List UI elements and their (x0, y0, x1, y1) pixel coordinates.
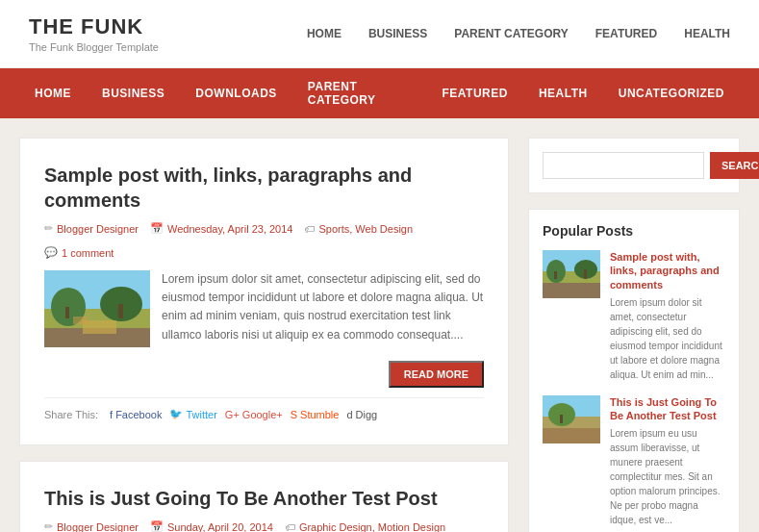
top-nav: HOME BUSINESS PARENT CATEGORY FEATURED H… (307, 27, 730, 40)
nav-uncategorized[interactable]: UNCATEGORIZED (603, 75, 740, 112)
post-1-body: Lorem ipsum dolor sit amet, consectetur … (44, 270, 484, 347)
svg-rect-8 (73, 317, 88, 324)
popular-post-2-thumbnail (543, 395, 600, 443)
post-1-date-meta: 📅 Wednesday, April 23, 2014 (150, 222, 292, 235)
post-2-title[interactable]: This is Just Going To Be Another Test Po… (44, 486, 484, 511)
share-stumble[interactable]: S Stumble (291, 409, 340, 420)
share-facebook[interactable]: f Facebook (110, 409, 162, 420)
svg-rect-7 (83, 320, 116, 334)
googleplus-icon: G+ (225, 409, 240, 420)
post-1-comments-meta: 💬 1 comment (44, 246, 114, 259)
sidebar: SEARCH Popular Posts (528, 138, 740, 532)
post-2-meta: ✏ Blogger Designer 📅 Sunday, April 20, 2… (44, 520, 484, 532)
svg-rect-4 (65, 307, 69, 318)
popular-post-1: Sample post with, links, paragraphs and … (543, 250, 725, 382)
post-1-category-meta: 🏷 Sports, Web Design (304, 223, 413, 235)
calendar-icon: 📅 (150, 222, 164, 235)
popular-post-2-title[interactable]: This is Just Going To Be Another Test Po… (610, 395, 725, 423)
post-1-comments[interactable]: 1 comment (62, 247, 114, 259)
site-subtitle: The Funk Blogger Template (29, 41, 159, 53)
popular-post-1-content: Sample post with, links, paragraphs and … (610, 250, 725, 382)
stumble-icon: S (291, 409, 297, 420)
author-icon: ✏ (44, 222, 53, 235)
post-2-author[interactable]: Blogger Designer (57, 521, 139, 533)
popular-post-1-thumbnail (543, 250, 600, 298)
popular-post-1-title[interactable]: Sample post with, links, paragraphs and … (610, 250, 725, 291)
svg-rect-15 (584, 269, 587, 279)
calendar-icon-2: 📅 (150, 520, 164, 532)
post-2-author-meta: ✏ Blogger Designer (44, 520, 139, 532)
search-button[interactable]: SEARCH (710, 152, 759, 179)
site-title: THE FUNK (29, 14, 159, 39)
nav-business[interactable]: BUSINESS (87, 75, 180, 112)
popular-posts-widget: Popular Posts Sample post with, links, p… (528, 209, 740, 532)
svg-rect-6 (118, 304, 123, 318)
comment-icon: 💬 (44, 246, 58, 259)
post-2-date-meta: 📅 Sunday, April 20, 2014 (150, 520, 273, 532)
post-1-author-meta: ✏ Blogger Designer (44, 222, 139, 235)
post-2-categories[interactable]: Graphic Design, Motion Design (299, 521, 445, 533)
top-nav-parent-category[interactable]: PARENT CATEGORY (454, 27, 568, 40)
nav-health[interactable]: HEALTH (523, 75, 603, 112)
nav-downloads[interactable]: DOWNLOADS (180, 75, 292, 112)
share-twitter[interactable]: 🐦 Twitter (169, 408, 216, 420)
popular-post-2-excerpt: Lorem ipsum eu usu assum liberavisse, ut… (610, 426, 725, 527)
top-nav-home[interactable]: HOME (307, 27, 342, 40)
top-nav-business[interactable]: BUSINESS (368, 27, 427, 40)
post-1-thumb-svg (44, 270, 150, 347)
site-header: THE FUNK The Funk Blogger Template HOME … (0, 0, 759, 68)
primary-nav: HOME BUSINESS DOWNLOADS PARENT CATEGORY … (0, 68, 759, 118)
post-1-author[interactable]: Blogger Designer (57, 223, 139, 235)
main-layout: Sample post with, links, paragraphs and … (0, 118, 759, 532)
nav-home[interactable]: HOME (19, 75, 87, 112)
post-1-share-bar: Share This: f Facebook 🐦 Twitter G+ Goog… (44, 397, 484, 420)
top-nav-featured[interactable]: FEATURED (595, 27, 657, 40)
tag-icon: 🏷 (304, 223, 315, 235)
twitter-icon: 🐦 (169, 408, 183, 420)
post-2-category-meta: 🏷 Graphic Design, Motion Design (285, 521, 445, 533)
share-label: Share This: (44, 409, 98, 420)
popular-post-2-thumb-svg (543, 395, 600, 443)
post-1-title[interactable]: Sample post with, links, paragraphs and … (44, 163, 484, 213)
post-card-2: This is Just Going To Be Another Test Po… (19, 461, 509, 532)
post-1-date: Wednesday, April 23, 2014 (167, 223, 292, 235)
search-input[interactable] (543, 152, 704, 179)
top-nav-health[interactable]: HEALTH (684, 27, 730, 40)
post-card-1: Sample post with, links, paragraphs and … (19, 138, 509, 445)
post-1-excerpt: Lorem ipsum dolor sit amet, consectetur … (162, 270, 484, 347)
share-digg[interactable]: d Digg (346, 409, 377, 420)
tag-icon-2: 🏷 (285, 521, 295, 533)
share-googleplus[interactable]: G+ Google+ (225, 409, 283, 420)
post-1-readmore-row: Read More (44, 361, 484, 388)
popular-post-2: This is Just Going To Be Another Test Po… (543, 395, 725, 528)
digg-icon: d (346, 409, 352, 420)
post-1-meta: ✏ Blogger Designer 📅 Wednesday, April 23… (44, 222, 484, 259)
post-2-date: Sunday, April 20, 2014 (167, 521, 273, 533)
post-1-thumbnail (44, 270, 150, 347)
author-icon-2: ✏ (44, 520, 53, 532)
post-1-categories[interactable]: Sports, Web Design (318, 223, 413, 235)
site-title-block: THE FUNK The Funk Blogger Template (29, 14, 159, 53)
popular-post-1-thumb-svg (543, 250, 600, 298)
content-area: Sample post with, links, paragraphs and … (19, 138, 509, 532)
svg-rect-20 (560, 415, 563, 423)
facebook-icon: f (110, 409, 113, 420)
popular-post-1-excerpt: Lorem ipsum dolor sit amet, consectetur … (610, 295, 725, 382)
nav-featured[interactable]: FEATURED (426, 75, 522, 112)
post-1-read-more[interactable]: Read More (389, 361, 484, 388)
search-widget: SEARCH (528, 138, 740, 193)
popular-posts-title: Popular Posts (543, 223, 725, 239)
popular-post-2-content: This is Just Going To Be Another Test Po… (610, 395, 725, 528)
svg-rect-13 (554, 271, 557, 279)
nav-parent-category[interactable]: PARENT CATEGORY (292, 68, 427, 118)
